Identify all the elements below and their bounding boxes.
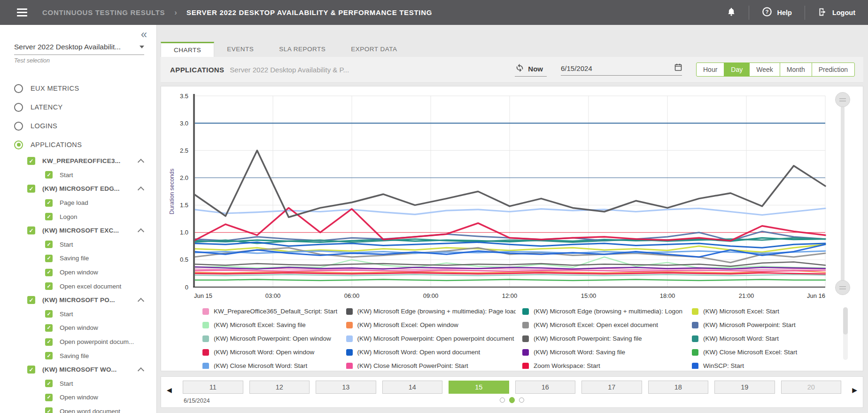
checkbox-checked-icon[interactable]: ✓	[45, 352, 53, 359]
sidebar-collapse-icon[interactable]: «	[141, 28, 147, 41]
chevron-up-icon[interactable]	[138, 367, 144, 374]
tab-events[interactable]: EVENTS	[214, 42, 266, 57]
tree-item[interactable]: ✓Logon	[0, 210, 156, 224]
checkbox-checked-icon[interactable]: ✓	[45, 213, 53, 220]
logout-button[interactable]: Logout	[805, 0, 868, 25]
tree-item[interactable]: ✓Start	[0, 377, 156, 391]
pager-dot-3[interactable]	[519, 397, 524, 403]
hamburger-menu-icon[interactable]	[17, 7, 27, 18]
tab-sla-reports[interactable]: SLA REPORTS	[266, 42, 338, 57]
pager-dot-2[interactable]	[509, 397, 515, 403]
day-button-15[interactable]: 15	[449, 381, 509, 394]
tree-item[interactable]: ✓Open excel document	[0, 279, 156, 293]
tree-group[interactable]: ✓(KW) MICROSOFT EDG...	[0, 182, 156, 196]
chevron-up-icon[interactable]	[138, 298, 144, 304]
legend-item[interactable]: (KW) Microsoft Excel: Open window	[346, 318, 516, 332]
chevron-up-icon[interactable]	[138, 187, 144, 193]
legend-item[interactable]: (KW) Microsoft Word: Open word document	[346, 345, 516, 359]
tree-item[interactable]: ✓Saving file	[0, 349, 156, 363]
checkbox-checked-icon[interactable]: ✓	[45, 394, 53, 401]
slider-handle-bottom[interactable]	[835, 280, 850, 295]
tree-group[interactable]: ✓(KW) MICROSOFT EXC...	[0, 224, 156, 238]
legend-item[interactable]: (KW) Microsoft Powerpoint: Open window	[202, 332, 340, 345]
chevron-up-icon[interactable]	[138, 159, 144, 165]
legend-item[interactable]: (KW) Microsoft Excel: Start	[692, 304, 823, 318]
tree-item[interactable]: ✓Open window	[0, 321, 156, 335]
day-button-17[interactable]: 17	[581, 381, 642, 394]
legend-item[interactable]: (KW) Close Microsoft Excel: Start	[692, 345, 823, 359]
checkbox-checked-icon[interactable]: ✓	[45, 407, 53, 413]
checkbox-checked-icon[interactable]: ✓	[45, 310, 53, 318]
tree-item[interactable]: ✓Page load	[0, 196, 156, 210]
tree-item[interactable]: ✓Saving file	[0, 251, 156, 265]
legend-item[interactable]: (KW) Close Microsoft Word: Start	[202, 359, 340, 369]
legend-item[interactable]: Zoom Workspace: Start	[522, 359, 685, 369]
tree-item[interactable]: ✓Open window	[0, 390, 156, 405]
day-button-18[interactable]: 18	[648, 381, 709, 394]
checkbox-checked-icon[interactable]: ✓	[27, 296, 35, 304]
tree-item[interactable]: ✓Open word document	[0, 405, 156, 413]
day-button-19[interactable]: 19	[714, 381, 775, 394]
range-button-hour[interactable]: Hour	[697, 63, 724, 76]
checkbox-checked-icon[interactable]: ✓	[45, 199, 53, 207]
day-button-16[interactable]: 16	[515, 381, 576, 394]
sidebar-category-applications[interactable]: APPLICATIONS	[0, 135, 156, 154]
legend-item[interactable]: (KW) Microsoft Excel: Open excel documen…	[522, 318, 685, 332]
tree-item[interactable]: ✓Start	[0, 307, 156, 321]
day-button-11[interactable]: 11	[183, 381, 243, 394]
checkbox-checked-icon[interactable]: ✓	[45, 380, 53, 387]
checkbox-checked-icon[interactable]: ✓	[45, 241, 53, 248]
range-button-prediction[interactable]: Prediction	[812, 63, 854, 76]
legend-item[interactable]: (KW) Microsoft Word: Saving file	[522, 345, 685, 359]
legend-item[interactable]: KW_PrepareOffice365_Default_Script: Star…	[202, 304, 340, 318]
checkbox-checked-icon[interactable]: ✓	[45, 269, 53, 276]
checkbox-checked-icon[interactable]: ✓	[27, 226, 35, 234]
legend-item[interactable]: (KW) Microsoft Edge (browsing + multimed…	[522, 304, 685, 318]
tree-item[interactable]: ✓Start	[0, 238, 156, 252]
legend-item[interactable]: (KW) Microsoft Word: Start	[692, 332, 823, 345]
legend-item[interactable]: (KW) Close Microsoft PowerPoint: Start	[346, 359, 516, 369]
checkbox-checked-icon[interactable]: ✓	[45, 171, 53, 179]
tab-export-data[interactable]: EXPORT DATA	[338, 42, 410, 57]
breadcrumb[interactable]: CONTINUOUS TESTING RESULTS	[42, 8, 165, 16]
tree-group[interactable]: ✓KW_PREPAREOFFICE3...	[0, 154, 156, 168]
day-button-13[interactable]: 13	[316, 381, 376, 394]
prev-day-arrow-icon[interactable]: ◀	[167, 386, 172, 394]
checkbox-checked-icon[interactable]: ✓	[45, 282, 53, 290]
checkbox-checked-icon[interactable]: ✓	[27, 366, 35, 374]
legend-item[interactable]: WinSCP: Start	[692, 359, 823, 369]
date-input[interactable]: 6/15/2024	[561, 63, 682, 76]
tree-item[interactable]: ✓Start	[0, 168, 156, 182]
refresh-now-button[interactable]: Now	[515, 62, 547, 77]
notifications-button[interactable]	[714, 0, 749, 25]
tab-charts[interactable]: CHARTS	[161, 42, 214, 57]
legend-item[interactable]: (KW) Microsoft Word: Open window	[202, 345, 340, 359]
slider-handle-top[interactable]	[835, 92, 850, 107]
range-button-day[interactable]: Day	[724, 63, 749, 76]
tree-item[interactable]: ✓Open window	[0, 265, 156, 280]
legend-scrollbar[interactable]	[843, 307, 848, 360]
sidebar-category-eux-metrics[interactable]: EUX METRICS	[0, 79, 156, 98]
checkbox-checked-icon[interactable]: ✓	[45, 338, 53, 346]
range-button-week[interactable]: Week	[749, 63, 780, 76]
next-day-arrow-icon[interactable]: ▶	[852, 386, 857, 394]
pager-dot-1[interactable]	[500, 397, 505, 403]
sidebar-category-latency[interactable]: LATENCY	[0, 98, 156, 117]
tree-group[interactable]: ✓(KW) MICROSOFT WO...	[0, 363, 156, 377]
sidebar-category-logins[interactable]: LOGINS	[0, 117, 156, 135]
range-button-month[interactable]: Month	[780, 63, 812, 76]
legend-item[interactable]: (KW) Microsoft Powerpoint: Open powerpoi…	[346, 332, 516, 345]
day-button-14[interactable]: 14	[382, 381, 443, 394]
tree-item[interactable]: ✓Open powerpoint docum...	[0, 335, 156, 349]
checkbox-checked-icon[interactable]: ✓	[45, 255, 53, 262]
legend-item[interactable]: (KW) Microsoft Edge (browsing + multimed…	[346, 304, 516, 318]
tree-group[interactable]: ✓(KW) MICROSOFT PO...	[0, 293, 156, 307]
help-button[interactable]: ? Help	[749, 0, 804, 25]
test-selection-dropdown[interactable]: Server 2022 Desktop Availabilit...	[14, 43, 144, 55]
checkbox-checked-icon[interactable]: ✓	[27, 185, 35, 193]
checkbox-checked-icon[interactable]: ✓	[45, 324, 53, 332]
day-button-12[interactable]: 12	[249, 381, 310, 394]
legend-item[interactable]: (KW) Microsoft Powerpoint: Saving file	[522, 332, 685, 345]
checkbox-checked-icon[interactable]: ✓	[27, 157, 35, 165]
chevron-up-icon[interactable]	[138, 228, 144, 235]
